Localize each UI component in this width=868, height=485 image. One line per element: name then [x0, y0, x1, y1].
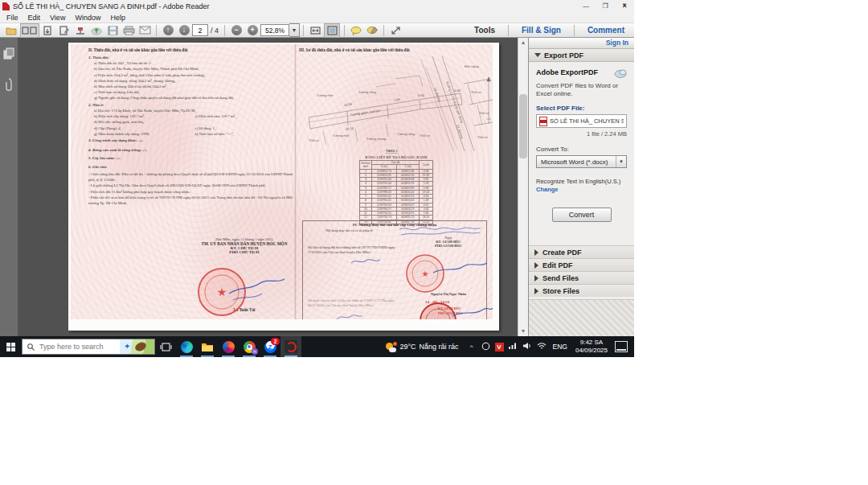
note-line: - Phần chi tiết xem bản đồ hiện trạng vị… — [88, 195, 296, 206]
microsoft-365-icon[interactable] — [218, 336, 239, 357]
doc-line: a) Thửa đất số: 642 , Tờ bản đồ số: 2 . — [88, 60, 296, 66]
toolbar: ↑ ↓ / 4 − + 52,8% ▼ Tools Fill & Sign — [0, 23, 634, 38]
menu-item[interactable]: Edit — [23, 14, 46, 22]
tab-fill-sign[interactable]: Fill & Sign — [512, 23, 571, 37]
previous-page-button[interactable]: ↑ — [161, 24, 175, 37]
highlight-button[interactable] — [365, 24, 379, 37]
svg-text:★: ★ — [435, 318, 441, 319]
email-button[interactable] — [137, 24, 152, 37]
send-cloud-button[interactable] — [89, 24, 104, 37]
notes-list: - Chức năng khu đất: Dân cư đô thị + đườ… — [88, 171, 296, 206]
page-thumbnails-panel-icon[interactable] — [3, 47, 14, 63]
print-button[interactable] — [121, 24, 136, 37]
page-display-button[interactable] — [20, 23, 39, 38]
task-view-button[interactable] — [155, 336, 176, 357]
change-entry-1: Nợ tiền sử dụng đất theo thông báo số 29… — [308, 245, 406, 255]
toolbar-close-icon[interactable]: x — [623, 1, 626, 8]
sticky-note-button[interactable] — [349, 24, 363, 37]
chevron-down-icon — [534, 53, 541, 57]
menu-item[interactable]: View — [45, 14, 70, 22]
svg-text:Đất ruộng: Đất ruộng — [465, 64, 479, 68]
selected-file-box[interactable]: SỔ LÊ THI HÀ_ CHUYEN SAN... — [536, 114, 627, 128]
zoom-level-input[interactable]: 52,8% — [260, 24, 289, 36]
menu-item[interactable]: Window — [70, 14, 105, 22]
svg-text:0.94: 0.94 — [418, 93, 425, 97]
maximize-button[interactable]: ❐ — [596, 1, 615, 11]
svg-text:Thổ cư: Thổ cư — [420, 134, 430, 138]
menu-item[interactable]: File — [2, 14, 23, 22]
panel-section-header[interactable]: Send Files — [529, 271, 634, 284]
panel-section-header[interactable]: Edit PDF — [529, 258, 634, 271]
language-indicator[interactable]: ENG — [549, 343, 571, 351]
zoom-out-button[interactable]: − — [229, 24, 244, 37]
volume-icon[interactable] — [522, 342, 533, 351]
fit-width-button[interactable] — [308, 24, 322, 37]
doc-line: d) Kết cấu: tường gạch, mái tôn, — [88, 119, 296, 125]
zalo-icon[interactable]: Z 2 — [260, 336, 280, 357]
pdf-page: II. Thửa đất, nhà ở và tài sản khác gắn … — [68, 43, 499, 331]
acrobat-reader-icon[interactable] — [280, 336, 301, 357]
export-pdf-header[interactable]: Export PDF — [529, 49, 634, 62]
doc-line: b) Địa chỉ: xã Tân Xuân, huyện Hóc Môn, … — [88, 66, 296, 72]
change-link[interactable]: Change — [536, 186, 627, 193]
selected-file-name: SỔ LÊ THI HÀ_ CHUYEN SAN... — [550, 117, 624, 125]
officer-name-1: Nguyễn Thị Ngọc Nhân — [414, 292, 483, 296]
stamp-button[interactable] — [73, 24, 88, 37]
section-2-title: II. Thửa đất, nhà ở và tài sản khác gắn … — [88, 47, 296, 54]
cellular-icon[interactable] — [507, 342, 518, 351]
page-count-label: / 4 — [211, 27, 219, 35]
panel-empty-hatch — [529, 299, 634, 336]
zoom-in-button[interactable]: + — [245, 24, 260, 37]
svg-text:Tường riêng: Tường riêng — [397, 132, 415, 136]
open-file-button[interactable] — [4, 24, 18, 37]
sign-in-link[interactable]: Sign In — [529, 38, 634, 49]
scrollbar-thumb[interactable] — [519, 94, 527, 158]
svg-text:Thổ cư: Thổ cư — [471, 90, 481, 94]
minimize-button[interactable]: — — [576, 1, 596, 11]
doc-line: 5. Cây lâu năm: -/-. — [88, 155, 296, 162]
date: 04/09/2025 — [575, 347, 608, 355]
recognize-text-label: Recognize Text in English(U.S.) — [536, 178, 627, 186]
zoom-dropdown-icon[interactable]: ▼ — [289, 23, 300, 37]
fullscreen-button[interactable] — [388, 24, 403, 37]
scroll-up-icon[interactable]: ▲ — [518, 38, 528, 47]
next-page-button[interactable]: ↓ — [177, 24, 191, 37]
menu-item[interactable]: Help — [105, 14, 130, 22]
weather-temp: 29°C — [399, 343, 416, 351]
action-center-icon[interactable] — [615, 341, 628, 352]
coord-table: Số hiệu đỉnh Tọa độ Cạnh X (m) Y (m) — [359, 160, 433, 224]
convert-format-dropdown[interactable]: Microsoft Word (*.docx) ▼ — [536, 155, 627, 168]
search-input[interactable] — [38, 342, 115, 351]
file-explorer-icon[interactable] — [197, 336, 218, 357]
vlc-tray-icon[interactable]: V — [495, 343, 504, 351]
document-pane[interactable]: II. Thửa đất, nhà ở và tài sản khác gắn … — [18, 38, 518, 336]
attachments-panel-icon[interactable] — [4, 78, 14, 96]
clock[interactable]: 9:42 SA 04/09/2025 — [571, 339, 612, 355]
doc-line: đ) Mục đích sử dụng: Đất ở tại đô thị 20… — [88, 84, 296, 89]
taskbar-search[interactable]: ✦ — [22, 339, 155, 355]
tab-tools[interactable]: Tools — [465, 23, 505, 37]
svg-text:19.39: 19.39 — [343, 102, 352, 107]
tray-chevron-icon[interactable]: ^ — [466, 343, 477, 351]
fit-page-button[interactable] — [324, 23, 340, 38]
save-button[interactable] — [105, 24, 120, 37]
start-button[interactable] — [0, 336, 22, 357]
tab-comment[interactable]: Comment — [578, 23, 634, 37]
panel-section-header[interactable]: Create PDF — [529, 245, 634, 258]
wifi-icon[interactable] — [536, 342, 547, 351]
vertical-scrollbar[interactable]: ▲ ▼ — [518, 38, 528, 336]
scroll-down-icon[interactable]: ▼ — [518, 327, 528, 336]
page-number-input[interactable] — [192, 24, 208, 36]
export-button[interactable] — [41, 24, 55, 37]
edge-icon[interactable] — [176, 336, 197, 357]
weather-widget[interactable]: ! 29°C Nắng rải rác — [380, 342, 464, 352]
adobe-exportpdf-brand: Adobe ExportPDF — [536, 68, 598, 76]
convert-button[interactable]: Convert — [552, 208, 612, 222]
chrome-icon[interactable]: h — [239, 336, 260, 357]
time: 9:42 SA — [575, 339, 608, 347]
svg-text:18.10: 18.10 — [345, 126, 354, 131]
bing-daily-graphic[interactable]: ✦ — [120, 339, 154, 354]
tray-app-icon[interactable] — [481, 342, 492, 352]
create-button[interactable] — [57, 24, 72, 37]
panel-section-header[interactable]: Store Files — [529, 284, 634, 297]
